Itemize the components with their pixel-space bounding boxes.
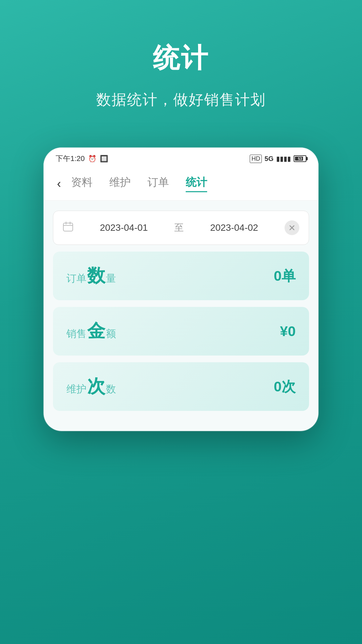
order-count-label: 订单 数 量 [66,264,116,288]
tab-dingdan[interactable]: 订单 [147,175,169,192]
page-title: 统计 [0,40,362,76]
clear-button[interactable] [285,220,299,235]
date-separator: 至 [174,221,184,234]
order-count-card: 订单 数 量 0单 [53,252,309,300]
date-range-picker[interactable]: 2023-04-01 至 2023-04-02 [53,211,309,245]
phone-mockup: 下午1:20 ⏰ 🔲 HD 5G ▮▮▮▮ 53 ‹ 资料 维护 订单 统计 [44,148,318,431]
back-button[interactable]: ‹ [57,177,61,191]
maintenance-count-card: 维护 次 数 0次 [53,362,309,411]
hd-label: HD [250,155,262,163]
tab-weihu[interactable]: 维护 [109,175,131,192]
content-area: 2023-04-01 至 2023-04-02 订单 数 量 0单 销售 金 [44,201,318,421]
date-start[interactable]: 2023-04-01 [80,222,168,233]
svg-rect-0 [63,223,73,231]
status-bar: 下午1:20 ⏰ 🔲 HD 5G ▮▮▮▮ 53 [44,148,318,167]
status-right: HD 5G ▮▮▮▮ 53 [250,155,306,163]
status-time: 下午1:20 ⏰ 🔲 [56,154,108,164]
tab-tongji[interactable]: 统计 [186,175,207,192]
order-count-value: 0单 [274,267,296,285]
maintenance-count-label: 维护 次 数 [66,374,116,399]
sales-amount-label: 销售 金 额 [66,319,116,343]
alarm-icon: ⏰ [88,155,97,163]
nav-tabs: 资料 维护 订单 统计 [71,175,305,192]
sales-amount-card: 销售 金 额 ¥0 [53,307,309,356]
signal-icon: ▮▮▮▮ [276,155,291,163]
sales-amount-value: ¥0 [280,323,296,339]
nav-bar: ‹ 资料 维护 订单 统计 [44,167,318,201]
tab-ziliao[interactable]: 资料 [71,175,93,192]
network-label: 5G [264,155,274,163]
date-end[interactable]: 2023-04-02 [190,222,278,233]
nfc-icon: 🔲 [100,155,108,163]
calendar-icon [63,221,73,234]
battery-icon: 53 [294,155,306,162]
page-subtitle: 数据统计，做好销售计划 [0,90,362,110]
maintenance-count-value: 0次 [274,377,296,396]
page-header: 统计 数据统计，做好销售计划 [0,0,362,130]
